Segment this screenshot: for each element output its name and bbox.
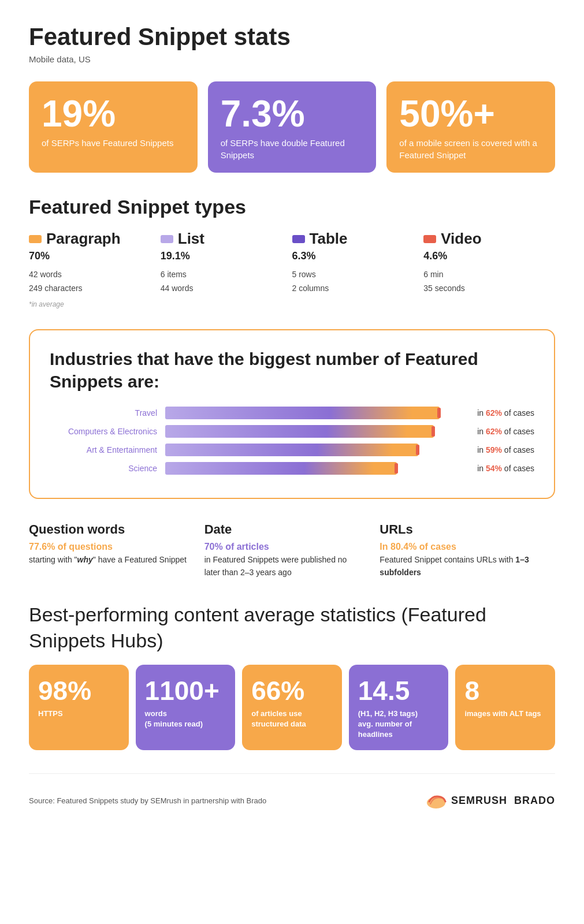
industry-pct-art: in 59% of cases (477, 445, 534, 454)
stat-card-double-number: 7.3% (221, 95, 364, 132)
snippet-types-title: Featured Snippet types (29, 196, 555, 218)
stat-cards-row: 19% of SERPs have Featured Snippets 7.3%… (29, 81, 555, 173)
best-card-https: 98% HTTPS (29, 665, 129, 751)
industry-pct-travel: in 62% of cases (477, 408, 534, 418)
best-card-headlines-number: 14.5 (358, 677, 440, 704)
table-name: Table (310, 230, 348, 248)
best-card-images-number: 8 (464, 677, 546, 704)
stat-card-serps-number: 19% (42, 95, 185, 132)
qdu-title-question: Question words (29, 522, 187, 537)
qdu-highlight-question: 77.6% of questions (29, 542, 187, 552)
best-card-structured-label: of articles use structured data (251, 709, 333, 729)
best-card-headlines-label: (H1, H2, H3 tags)avg. number of headline… (358, 709, 440, 740)
table-details: 5 rows 2 columns (292, 268, 424, 296)
snippet-type-list: List 19.1% 6 items 44 words (161, 230, 292, 308)
semrush-logo: SEMRUSH (425, 791, 507, 810)
qdu-title-date: Date (204, 522, 363, 537)
best-card-images: 8 images with ALT tags (455, 665, 555, 751)
footer-divider (29, 773, 555, 774)
qdu-col-date: Date 70% of articles in Featured Snippet… (204, 522, 380, 579)
industry-bar-wrap-art (165, 444, 470, 456)
best-card-https-label: HTTPS (38, 709, 120, 719)
industry-bar-inner-travel (437, 408, 441, 418)
page-subtitle: Mobile data, US (29, 54, 555, 64)
snippet-type-paragraph: Paragraph 70% 42 words 249 characters *i… (29, 230, 161, 308)
industry-row-computers: Computers & Electronics in 62% of cases (50, 425, 534, 438)
industry-bar-inner-art (416, 445, 419, 455)
snippet-types-row: Paragraph 70% 42 words 249 characters *i… (29, 230, 555, 308)
qdu-highlight-urls: In 80.4% of cases (380, 542, 538, 552)
industry-label-art: Art & Entertainment (50, 445, 165, 454)
snippet-type-video: Video 4.6% 6 min 35 seconds (423, 230, 555, 308)
industry-label-computers: Computers & Electronics (50, 427, 165, 436)
qdu-text-urls: Featured Snippet contains URLs with 1–3 … (380, 553, 538, 579)
best-card-words-label: words(5 minutes read) (145, 709, 226, 729)
industry-bar-inner-science (395, 463, 398, 474)
stat-card-double: 7.3% of SERPs have double Featured Snipp… (208, 81, 377, 173)
industry-bar-computers (165, 425, 434, 438)
list-percent: 19.1% (161, 250, 292, 262)
paragraph-percent: 70% (29, 250, 161, 262)
table-dot (292, 235, 305, 243)
industry-row-travel: Travel in 62% of cases (50, 407, 534, 419)
best-card-headlines: 14.5 (H1, H2, H3 tags)avg. number of hea… (349, 665, 449, 751)
paragraph-note: *in average (29, 300, 161, 308)
industry-bar-art (165, 444, 418, 456)
semrush-icon (425, 791, 448, 810)
brado-text: BRADO (514, 795, 555, 807)
table-percent: 6.3% (292, 250, 424, 262)
industry-row-art: Art & Entertainment in 59% of cases (50, 444, 534, 456)
list-details: 6 items 44 words (161, 268, 292, 296)
best-card-words-number: 1100+ (145, 677, 226, 704)
industries-title: Industries that have the biggest number … (50, 348, 534, 393)
page-title: Featured Snippet stats (29, 23, 555, 51)
footer: Source: Featured Snippets study by SEMru… (29, 791, 555, 810)
list-dot (161, 235, 173, 243)
best-card-images-label: images with ALT tags (464, 709, 546, 719)
industry-bar-inner-computers (432, 426, 435, 437)
best-card-structured-number: 66% (251, 677, 333, 704)
qdu-title-urls: URLs (380, 522, 538, 537)
industry-label-science: Science (50, 464, 165, 473)
video-dot (423, 235, 436, 243)
stat-card-screen: 50%+ of a mobile screen is covered with … (386, 81, 555, 173)
industry-row-science: Science in 54% of cases (50, 462, 534, 475)
industry-bar-wrap-travel (165, 407, 470, 419)
video-percent: 4.6% (423, 250, 555, 262)
snippet-type-table: Table 6.3% 5 rows 2 columns (292, 230, 424, 308)
qdu-col-urls: URLs In 80.4% of cases Featured Snippet … (380, 522, 555, 579)
best-card-words: 1100+ words(5 minutes read) (136, 665, 236, 751)
qdu-row: Question words 77.6% of questions starti… (29, 522, 555, 579)
best-cards-row: 98% HTTPS 1100+ words(5 minutes read) 66… (29, 665, 555, 751)
industry-bar-wrap-science (165, 462, 470, 475)
stat-card-screen-label: of a mobile screen is covered with a Fea… (399, 137, 542, 161)
qdu-text-question: starting with "why" have a Featured Snip… (29, 553, 187, 566)
stat-card-serps-label: of SERPs have Featured Snippets (42, 137, 185, 149)
list-name: List (178, 230, 204, 248)
paragraph-details: 42 words 249 characters (29, 268, 161, 296)
paragraph-dot (29, 235, 42, 243)
semrush-text: SEMRUSH (451, 795, 507, 807)
qdu-text-date: in Featured Snippets were published no l… (204, 553, 363, 579)
footer-source: Source: Featured Snippets study by SEMru… (29, 796, 266, 805)
stat-card-serps: 19% of SERPs have Featured Snippets (29, 81, 198, 173)
industry-bar-travel (165, 407, 440, 419)
qdu-highlight-date: 70% of articles (204, 542, 363, 552)
paragraph-name: Paragraph (46, 230, 121, 248)
footer-logo: SEMRUSH BRADO (425, 791, 555, 810)
best-card-https-number: 98% (38, 677, 120, 704)
video-details: 6 min 35 seconds (423, 268, 555, 296)
industry-bar-science (165, 462, 397, 475)
stat-card-screen-number: 50%+ (399, 95, 542, 132)
video-name: Video (441, 230, 481, 248)
best-card-structured: 66% of articles use structured data (242, 665, 342, 751)
stat-card-double-label: of SERPs have double Featured Snippets (221, 137, 364, 161)
industry-pct-computers: in 62% of cases (477, 427, 534, 436)
best-performing-title: Best-performing content average statisti… (29, 602, 555, 653)
qdu-col-question: Question words 77.6% of questions starti… (29, 522, 204, 579)
industry-bar-wrap-computers (165, 425, 470, 438)
industry-label-travel: Travel (50, 408, 165, 418)
industries-box: Industries that have the biggest number … (29, 329, 555, 499)
industry-pct-science: in 54% of cases (477, 464, 534, 473)
